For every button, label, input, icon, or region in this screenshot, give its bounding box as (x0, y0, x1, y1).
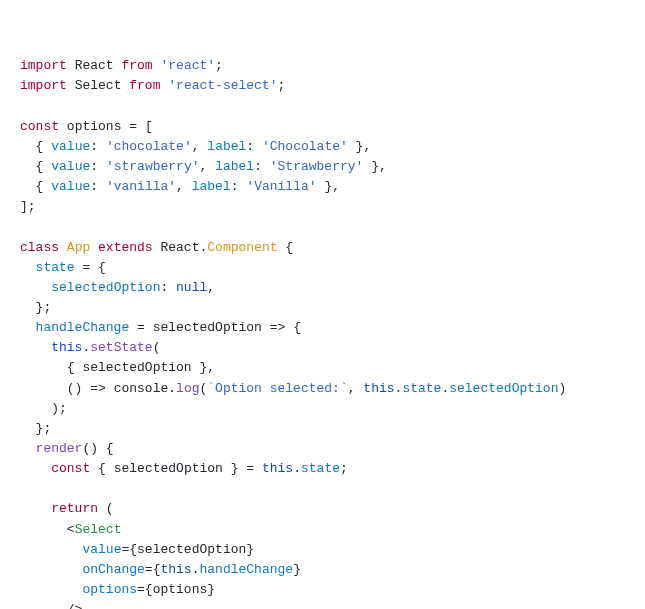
fn-log: log (176, 381, 199, 396)
str-vanilla-l: 'Vanilla' (246, 179, 316, 194)
str-strawberry-l: 'Strawberry' (270, 159, 364, 174)
jsx-tag-select: Select (75, 522, 122, 537)
template-string: `Option selected:` (207, 381, 347, 396)
prop-value: value (51, 159, 90, 174)
fn-render: render (36, 441, 83, 456)
keyword-this: this (262, 461, 293, 476)
keyword-const: const (20, 119, 59, 134)
jsx-expr-options: options (153, 582, 208, 597)
prop-state: state (36, 260, 75, 275)
keyword-this: this (363, 381, 394, 396)
ident-options: options (67, 119, 122, 134)
class-component: Component (207, 240, 277, 255)
destruct-selected-option: selectedOption (114, 461, 223, 476)
prop-handle-change: handleChange (200, 562, 294, 577)
string-react: 'react' (160, 58, 215, 73)
prop-state: state (301, 461, 340, 476)
prop-value: value (51, 139, 90, 154)
keyword-extends: extends (98, 240, 153, 255)
prop-label: label (207, 139, 246, 154)
ident-console: console (114, 381, 169, 396)
jsx-attr-options: options (82, 582, 137, 597)
param-selected-option: selectedOption (153, 320, 262, 335)
prop-value: value (51, 179, 90, 194)
prop-label: label (192, 179, 231, 194)
prop-selected-option: selectedOption (449, 381, 558, 396)
str-vanilla-v: 'vanilla' (106, 179, 176, 194)
keyword-this: this (51, 340, 82, 355)
keyword-null: null (176, 280, 207, 295)
prop-handle-change: handleChange (36, 320, 130, 335)
jsx-attr-onchange: onChange (82, 562, 144, 577)
str-chocolate-v: 'chocolate' (106, 139, 192, 154)
keyword-import: import (20, 58, 67, 73)
prop-selected-option: selectedOption (51, 280, 160, 295)
ident-react: React (160, 240, 199, 255)
keyword-class: class (20, 240, 59, 255)
keyword-return: return (51, 501, 98, 516)
prop-label: label (215, 159, 254, 174)
keyword-const: const (51, 461, 90, 476)
keyword-from: from (129, 78, 160, 93)
prop-state: state (402, 381, 441, 396)
ident-select: Select (75, 78, 122, 93)
jsx-expr-selected-option: selectedOption (137, 542, 246, 557)
shorthand-selected-option: selectedOption (82, 360, 191, 375)
keyword-from: from (121, 58, 152, 73)
code-block: import React from 'react'; import Select… (20, 56, 625, 609)
jsx-attr-value: value (82, 542, 121, 557)
fn-setstate: setState (90, 340, 152, 355)
keyword-import: import (20, 78, 67, 93)
str-chocolate-l: 'Chocolate' (262, 139, 348, 154)
keyword-this: this (160, 562, 191, 577)
string-react-select: 'react-select' (168, 78, 277, 93)
ident-react: React (75, 58, 114, 73)
str-strawberry-v: 'strawberry' (106, 159, 200, 174)
class-app: App (67, 240, 90, 255)
